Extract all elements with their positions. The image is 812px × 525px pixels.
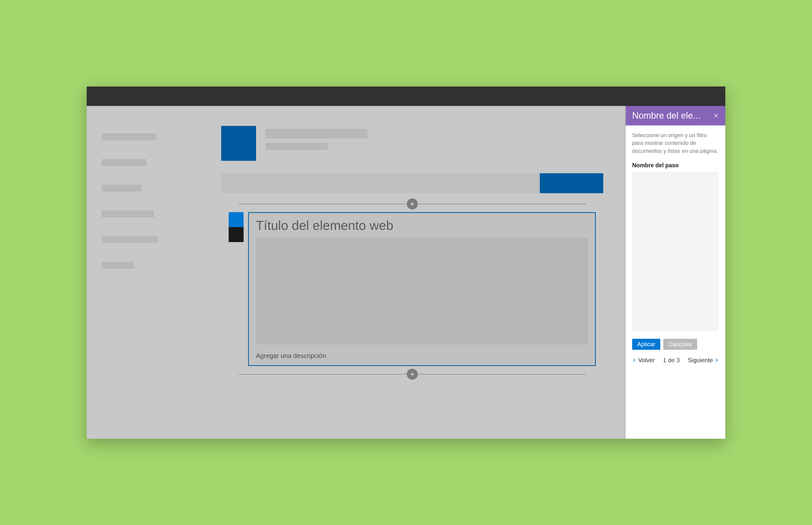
main-content: Título del elemento web Agregar una desc… xyxy=(206,106,626,439)
cancel-button[interactable]: Cancelar xyxy=(663,339,697,350)
page-title-placeholder xyxy=(266,129,368,138)
nav-item[interactable] xyxy=(102,210,154,217)
panel-body: Seleccione un origen y un filtro para mo… xyxy=(626,125,725,439)
nav-item[interactable] xyxy=(102,236,158,243)
plus-icon[interactable] xyxy=(407,369,418,380)
close-icon xyxy=(713,113,719,118)
next-button[interactable]: Siguiente xyxy=(688,357,719,364)
webpart[interactable]: Título del elemento web Agregar una desc… xyxy=(248,212,596,366)
webpart-edit-button[interactable] xyxy=(229,212,244,227)
plus-icon[interactable] xyxy=(407,198,418,209)
add-section-top[interactable] xyxy=(239,200,586,208)
back-label: Volver xyxy=(638,357,655,364)
close-button[interactable] xyxy=(711,111,721,121)
step-indicator: 1 de 3 xyxy=(663,357,680,364)
apply-button[interactable]: Aplicar xyxy=(632,339,660,350)
nav-item[interactable] xyxy=(102,185,141,192)
back-button[interactable]: Volver xyxy=(632,357,655,364)
panel-title: Nombre del ele... xyxy=(632,110,700,121)
panel-actions: Aplicar Cancelar xyxy=(632,339,719,350)
app-body: Título del elemento web Agregar una desc… xyxy=(87,106,725,439)
webpart-body[interactable] xyxy=(256,237,588,345)
title-bar xyxy=(87,87,725,106)
site-logo xyxy=(221,126,256,161)
next-label: Siguiente xyxy=(688,357,713,364)
panel-description: Seleccione un origen y un filtro para mo… xyxy=(632,131,719,155)
webpart-toolbar xyxy=(229,212,244,366)
nav-item[interactable] xyxy=(102,133,156,140)
primary-action-button[interactable] xyxy=(540,173,603,193)
webpart-row: Título del elemento web Agregar una desc… xyxy=(229,212,596,366)
panel-header: Nombre del ele... xyxy=(626,106,725,125)
panel-step-nav: Volver 1 de 3 Siguiente xyxy=(632,357,719,366)
app-window: Título del elemento web Agregar una desc… xyxy=(87,87,725,439)
page-header xyxy=(221,126,603,161)
page-subtitle-placeholder xyxy=(266,143,328,150)
add-section-bottom[interactable] xyxy=(239,370,586,378)
nav-item[interactable] xyxy=(102,159,146,166)
nav-item[interactable] xyxy=(102,262,134,269)
webpart-description[interactable]: Agregar una descripción xyxy=(256,352,588,360)
page-header-text xyxy=(266,126,368,150)
chevron-left-icon xyxy=(632,358,637,362)
panel-config-area[interactable] xyxy=(632,172,719,331)
panel-step-label: Nombre del paso xyxy=(632,162,719,169)
left-nav xyxy=(87,106,206,439)
property-panel: Nombre del ele... Seleccione un origen y… xyxy=(626,106,725,439)
webpart-move-button[interactable] xyxy=(229,227,244,242)
command-bar xyxy=(221,173,603,193)
chevron-right-icon xyxy=(714,358,719,362)
webpart-title[interactable]: Título del elemento web xyxy=(256,218,588,233)
